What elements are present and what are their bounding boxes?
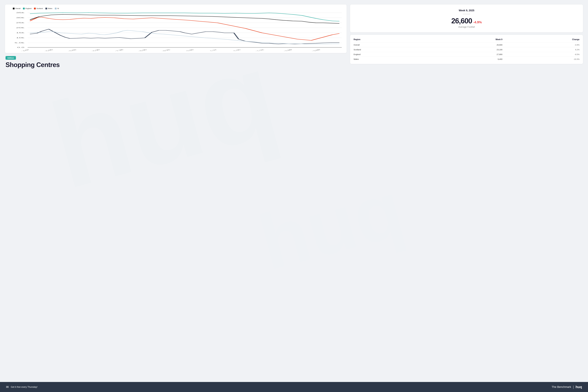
legend-item-overall: Overall: [13, 8, 20, 10]
metric-divider: [463, 14, 470, 14]
legend-dot-scotland: [34, 8, 36, 10]
svg-text:10k: 10k: [16, 37, 24, 38]
legend-item-scotland: Scotland: [34, 8, 43, 10]
table-cell-change: -10.3%: [502, 57, 580, 62]
svg-text:5.0k: 5.0k: [14, 42, 24, 44]
legend-dot-england: [23, 8, 25, 10]
metric-label: Average Footfall: [354, 26, 579, 28]
envelope-icon: ✉: [6, 385, 9, 389]
svg-text:2024-04-07: 2024-04-07: [12, 49, 30, 51]
footer-right: The Benchmark | huq: [552, 385, 582, 389]
svg-text:0.0: 0.0: [17, 47, 24, 48]
left-panel: Overall England Scotland Wales: [5, 4, 346, 68]
metric-value: 26,600: [451, 17, 472, 24]
footer-huq-brand: huq: [576, 385, 582, 389]
svg-text:2024-10-20: 2024-10-20: [176, 49, 195, 51]
legend-item-wales: Wales: [46, 8, 52, 10]
svg-text:25k: 25k: [16, 22, 24, 24]
svg-text:2024-06-30: 2024-06-30: [82, 49, 101, 51]
svg-text:2024-06-02: 2024-06-02: [59, 49, 78, 51]
legend-label-wales: Wales: [48, 8, 52, 10]
edition-title: Shopping Centres: [6, 61, 346, 68]
footer-divider-symbol: |: [573, 385, 574, 389]
table-cell-week9: 9,400: [430, 57, 502, 62]
svg-text:2025-02-09: 2025-02-09: [275, 49, 293, 51]
svg-text:2024-09-22: 2024-09-22: [153, 49, 171, 51]
table-cell-week9: 26,600: [430, 42, 502, 47]
table-row: Scotland23,1006.2%: [354, 47, 580, 52]
chart-svg: 35k 30k 25k 20k 15k 10k 5.0k 0.0: [6, 11, 344, 51]
svg-text:2024-12-15: 2024-12-15: [223, 49, 242, 51]
svg-text:2024-08-25: 2024-08-25: [129, 49, 148, 51]
svg-text:2025-01-12: 2025-01-12: [246, 49, 265, 51]
table-row: England27,800-6.5%: [354, 52, 580, 57]
edition-section: Edition Shopping Centres: [5, 56, 346, 68]
svg-text:2025-03-09: 2025-03-09: [303, 49, 321, 51]
svg-text:2024-07-28: 2024-07-28: [106, 49, 124, 51]
table-cell-region: England: [354, 52, 430, 57]
svg-text:2024-11-17: 2024-11-17: [200, 49, 218, 51]
footer-cta-text: Get it free every Thursday!: [11, 386, 38, 388]
table-cell-region: Scotland: [354, 47, 430, 52]
table-header-change: Change: [502, 38, 580, 42]
metric-week-label: Week 9, 2025: [354, 9, 579, 12]
chart-legend: Overall England Scotland Wales: [6, 8, 344, 10]
edition-badge: Edition: [6, 56, 16, 60]
svg-text:35k: 35k: [16, 12, 24, 14]
legend-label-overall: Overall: [15, 8, 20, 10]
table-cell-week9: 23,100: [430, 47, 502, 52]
metric-value-row: 26,600 -4.9%: [354, 17, 579, 24]
table-card: Region Week 9 Change Overall26,600-4.9%S…: [350, 35, 583, 64]
table-header-week9: Week 9: [430, 38, 502, 42]
svg-text:20k: 20k: [16, 27, 24, 28]
table-header-region: Region: [354, 38, 430, 42]
footer-left: ✉ Get it free every Thursday!: [6, 385, 38, 389]
legend-dot-overall: [13, 8, 14, 10]
metric-card: Week 9, 2025 26,600 -4.9% Average Footfa…: [350, 4, 583, 32]
legend-item-england: England: [23, 8, 32, 10]
data-table: Region Week 9 Change Overall26,600-4.9%S…: [354, 38, 580, 62]
svg-text:2024-05-05: 2024-05-05: [36, 49, 54, 51]
chart-area: 35k 30k 25k 20k 15k 10k 5.0k 0.0: [6, 11, 344, 51]
table-cell-week9: 27,800: [430, 52, 502, 57]
metric-change: -4.9%: [473, 20, 482, 24]
table-row: Overall26,600-4.9%: [354, 42, 580, 47]
legend-dot-wales: [46, 8, 47, 10]
legend-dot-ni: [55, 8, 56, 10]
table-cell-region: Overall: [354, 42, 430, 47]
svg-text:15k: 15k: [16, 32, 24, 34]
legend-item-ni: NI: [55, 8, 59, 10]
chart-card: Overall England Scotland Wales: [5, 4, 346, 53]
footer: ✉ Get it free every Thursday! The Benchm…: [0, 382, 588, 392]
legend-label-england: England: [26, 8, 32, 10]
footer-brand-label: The Benchmark: [552, 385, 571, 388]
legend-label-ni: NI: [57, 8, 59, 10]
table-row: Wales9,400-10.3%: [354, 57, 580, 62]
table-cell-change: -6.5%: [502, 52, 580, 57]
right-panel: Week 9, 2025 26,600 -4.9% Average Footfa…: [350, 4, 583, 64]
table-cell-region: Wales: [354, 57, 430, 62]
table-cell-change: -4.9%: [502, 42, 580, 47]
table-cell-change: 6.2%: [502, 47, 580, 52]
svg-text:30k: 30k: [16, 17, 24, 18]
legend-label-scotland: Scotland: [36, 8, 43, 10]
